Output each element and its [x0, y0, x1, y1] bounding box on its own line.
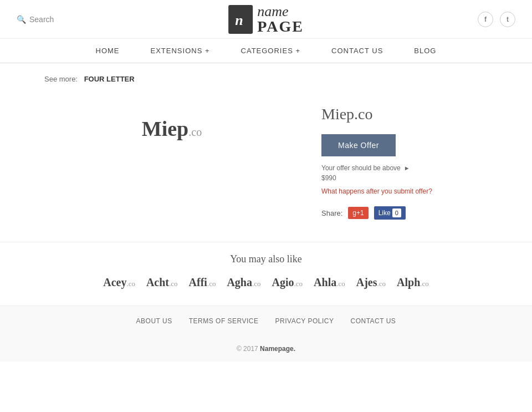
header: 🔍 Search n name PAGE f t	[0, 0, 532, 39]
domain-list-item[interactable]: Affi.co	[189, 276, 216, 289]
footer-bottom: © 2017 Namepage.	[0, 336, 532, 362]
offer-price: $990	[321, 174, 488, 182]
make-offer-button[interactable]: Make Offer	[321, 134, 396, 156]
domain-logo-display: Miep.co	[142, 116, 202, 141]
main-nav: HOME EXTENSIONS + CATEGORIES + CONTACT U…	[0, 39, 532, 63]
logo[interactable]: n name PAGE	[228, 4, 304, 34]
footer-link-contact[interactable]: CONTACT US	[350, 317, 396, 325]
domain-item-tld: .co	[336, 279, 345, 288]
logo-name: name	[257, 4, 304, 19]
domain-list: Acey.coAcht.coAffi.coAgha.coAgio.coAhla.…	[44, 276, 488, 289]
domain-tld-display: .co	[188, 126, 202, 138]
domain-list-item[interactable]: Acey.co	[103, 276, 135, 289]
offer-note-text: Your offer should be above	[321, 164, 401, 172]
search-area: 🔍 Search	[17, 15, 54, 24]
nav-categories[interactable]: CATEGORIES +	[226, 39, 316, 63]
also-like-title: You may also like	[44, 253, 488, 265]
footer-links: ABOUT USTERMS OF SERVICEPRIVACY POLICYCO…	[0, 306, 532, 336]
social-links: f t	[478, 12, 515, 27]
domain-item-name: Ahla	[314, 276, 336, 288]
also-like-section: You may also like Acey.coAcht.coAffi.coA…	[0, 242, 532, 306]
breadcrumb: See more: FOUR LETTER	[0, 63, 532, 94]
domain-list-item[interactable]: Alph.co	[397, 276, 429, 289]
footer-link-privacy[interactable]: PRIVACY POLICY	[275, 317, 334, 325]
domain-item-tld: .co	[377, 279, 386, 288]
domain-list-item[interactable]: Ahla.co	[314, 276, 345, 289]
domain-item-tld: .co	[169, 279, 178, 288]
domain-item-name: Acht	[146, 276, 169, 288]
fb-count: 0	[392, 208, 401, 217]
footer-brand[interactable]: Namepage.	[260, 345, 295, 353]
domain-item-name: Agha	[227, 276, 252, 288]
logo-icon: n	[228, 5, 253, 34]
footer-link-about[interactable]: ABOUT US	[136, 317, 172, 325]
logo-text: name PAGE	[257, 4, 304, 34]
domain-item-tld: .co	[252, 279, 261, 288]
footer-link-terms[interactable]: TERMS OF SERVICE	[189, 317, 259, 325]
domain-item-name: Agio	[272, 276, 294, 288]
nav-extensions[interactable]: EXTENSIONS +	[135, 39, 226, 63]
gplus-label: g+1	[352, 209, 364, 217]
facebook-icon[interactable]: f	[478, 12, 493, 27]
search-label[interactable]: Search	[29, 15, 54, 24]
domain-item-name: Ajes	[356, 276, 377, 288]
domain-list-item[interactable]: Agha.co	[227, 276, 260, 289]
domain-item-name: Alph	[397, 276, 420, 288]
logo-page: PAGE	[257, 19, 304, 34]
domain-name-display: Miep	[142, 117, 188, 140]
fb-like-label: Like	[378, 209, 391, 217]
domain-info-area: Miep.co Make Offer Your offer should be …	[321, 105, 488, 220]
share-label: Share:	[321, 209, 342, 217]
domain-item-tld: .co	[420, 279, 429, 288]
domain-list-item[interactable]: Acht.co	[146, 276, 178, 289]
offer-arrow-icon: ►	[404, 165, 410, 171]
domain-item-name: Acey	[103, 276, 126, 288]
nav-home[interactable]: HOME	[80, 39, 135, 63]
search-icon: 🔍	[17, 15, 26, 24]
facebook-like-button[interactable]: Like 0	[374, 206, 406, 220]
domain-item-tld: .co	[294, 279, 303, 288]
nav-blog[interactable]: BLOG	[398, 39, 452, 63]
offer-note: Your offer should be above ►	[321, 164, 488, 172]
domain-item-tld: .co	[126, 279, 135, 288]
svg-text:n: n	[235, 12, 243, 28]
domain-title: Miep.co	[321, 105, 488, 123]
domain-item-tld: .co	[207, 279, 216, 288]
domain-item-name: Affi	[189, 276, 207, 288]
breadcrumb-value[interactable]: FOUR LETTER	[84, 75, 135, 83]
domain-list-item[interactable]: Ajes.co	[356, 276, 386, 289]
nav-contact[interactable]: CONTACT US	[316, 39, 398, 63]
domain-list-item[interactable]: Agio.co	[272, 276, 303, 289]
gplus-button[interactable]: g+1	[348, 207, 368, 219]
twitter-icon[interactable]: t	[500, 12, 515, 27]
breadcrumb-prefix: See more:	[44, 75, 78, 83]
domain-logo-area: Miep.co	[44, 105, 299, 220]
what-happens-link[interactable]: What happens after you submit offer?	[321, 187, 488, 195]
main-content: Miep.co Miep.co Make Offer Your offer sh…	[0, 94, 532, 242]
share-row: Share: g+1 Like 0	[321, 206, 488, 220]
footer-copyright: © 2017	[237, 345, 258, 353]
